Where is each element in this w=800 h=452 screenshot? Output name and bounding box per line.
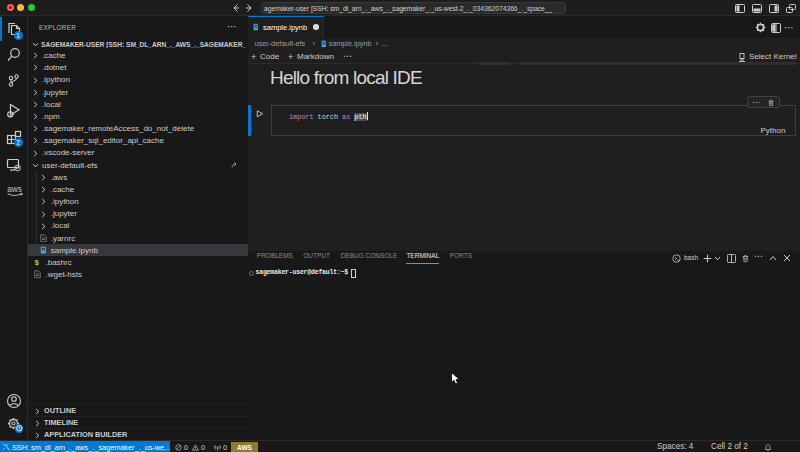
svg-text:aws: aws xyxy=(7,185,22,194)
